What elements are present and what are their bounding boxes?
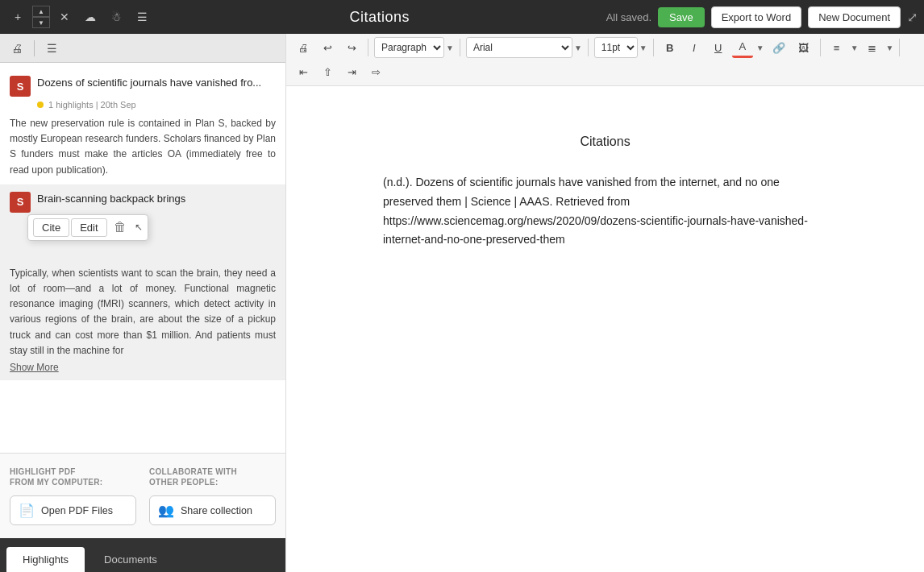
print-format-btn[interactable]: 🖨 — [293, 37, 314, 58]
article-item-1[interactable]: S Dozens of scientific journals have van… — [0, 69, 285, 185]
article-header-2: S Brain-scanning backpack brings — [10, 192, 276, 213]
align-right-btn[interactable]: ⇥ — [341, 61, 362, 82]
cloud-upload-icon-btn[interactable]: ☁ — [79, 6, 102, 28]
nav-down-btn[interactable]: ▼ — [32, 17, 50, 28]
collaborate-col: COLLABORATE WITHOTHER PEOPLE: 👥 Share co… — [149, 466, 276, 525]
main-layout: 🖨 ☰ S Dozens of scientific journals have… — [0, 34, 924, 572]
article-title-1: Dozens of scientific journals have vanis… — [37, 76, 261, 90]
font-arrow-icon: ▼ — [574, 44, 582, 52]
page-title: Citations — [350, 9, 410, 26]
tab-highlights[interactable]: Highlights — [6, 547, 85, 572]
fmt-sep-2 — [460, 39, 460, 56]
context-menu: Cite Edit 🗑 ↖ — [27, 214, 148, 241]
fmt-sep-1 — [368, 39, 368, 56]
bottom-cols: HIGHLIGHT PDFFROM MY COMPUTER: 📄 Open PD… — [10, 466, 276, 525]
export-to-word-button[interactable]: Export to Word — [711, 6, 801, 28]
share-collection-button[interactable]: 👥 Share collection — [149, 495, 276, 525]
article-icon-2: S — [10, 192, 31, 213]
expand-icon[interactable]: ⤢ — [907, 10, 918, 25]
new-document-button[interactable]: New Document — [808, 6, 901, 28]
open-pdf-files-button[interactable]: 📄 Open PDF Files — [10, 495, 136, 525]
ordered-list-btn[interactable]: ≣ — [862, 37, 883, 58]
nav-up-btn[interactable]: ▲ — [32, 6, 50, 17]
article-list: S Dozens of scientific journals have van… — [0, 63, 285, 453]
bullet-list-btn[interactable]: ≡ — [826, 37, 847, 58]
highlight-col: HIGHLIGHT PDFFROM MY COMPUTER: 📄 Open PD… — [10, 466, 136, 525]
cloud-download-icon-btn[interactable]: ☃ — [105, 6, 127, 28]
article-body-1: The new preservation rule is contained i… — [10, 116, 276, 178]
top-bar-center: Citations — [158, 9, 601, 26]
fmt-sep-3 — [588, 39, 589, 56]
saved-label: All saved. — [606, 11, 651, 23]
paragraph-select[interactable]: Paragraph Heading 1 Heading 2 — [374, 37, 444, 58]
justify-btn[interactable]: ⇨ — [365, 61, 386, 82]
article-header-1: S Dozens of scientific journals have van… — [10, 76, 276, 97]
fmt-sep-4 — [653, 39, 654, 56]
doc-citation: (n.d.). Dozens of scientific journals ha… — [383, 173, 827, 250]
nav-arrows: ▲ ▼ — [32, 6, 50, 28]
align-center-btn[interactable]: ⇧ — [317, 61, 338, 82]
ordered-arrow-icon: ▼ — [886, 44, 894, 52]
bold-btn[interactable]: B — [660, 37, 681, 58]
image-btn[interactable]: 🖼 — [793, 37, 814, 58]
doc-content: Citations (n.d.). Dozens of scientific j… — [286, 86, 924, 572]
tab-bar: Highlights Documents — [0, 538, 285, 572]
align-left-btn[interactable]: ⇤ — [293, 61, 314, 82]
toolbar-separator-1 — [34, 40, 35, 56]
doc-title: Citations — [383, 135, 827, 149]
undo-btn[interactable]: ↩ — [317, 37, 338, 58]
italic-btn[interactable]: I — [684, 37, 705, 58]
fmt-sep-5 — [820, 39, 821, 56]
bullet-arrow-icon: ▼ — [851, 44, 859, 52]
size-arrow-icon: ▼ — [639, 44, 647, 52]
redo-btn[interactable]: ↪ — [341, 37, 362, 58]
font-select[interactable]: Arial Times New Roman — [466, 37, 572, 58]
paragraph-arrow-icon: ▼ — [446, 44, 454, 52]
share-icon: 👥 — [158, 503, 174, 518]
print-icon-btn[interactable]: 🖨 — [6, 38, 27, 59]
collaborate-col-title: COLLABORATE WITHOTHER PEOPLE: — [149, 466, 276, 487]
underline-btn[interactable]: U — [708, 37, 729, 58]
cite-button[interactable]: Cite — [33, 218, 69, 237]
close-icon-btn[interactable]: ✕ — [53, 6, 76, 28]
article-title-2: Brain-scanning backpack brings — [37, 192, 185, 206]
delete-button[interactable]: 🗑 — [109, 218, 131, 236]
font-size-select[interactable]: 11pt 10pt 12pt 14pt — [594, 37, 638, 58]
article-item-2[interactable]: S Brain-scanning backpack brings 1 highl… — [0, 185, 285, 380]
open-pdf-label: Open PDF Files — [41, 505, 113, 516]
save-button[interactable]: Save — [658, 7, 705, 27]
link-btn[interactable]: 🔗 — [768, 37, 790, 58]
format-toolbar: 🖨 ↩ ↪ Paragraph Heading 1 Heading 2 ▼ Ar… — [286, 34, 924, 86]
editor-area: 🖨 ↩ ↪ Paragraph Heading 1 Heading 2 ▼ Ar… — [286, 34, 924, 572]
file-icon: 📄 — [19, 503, 35, 518]
sidebar: 🖨 ☰ S Dozens of scientific journals have… — [0, 34, 286, 572]
fmt-sep-6 — [899, 39, 900, 56]
highlight-dot-1 — [37, 102, 44, 108]
add-icon-btn[interactable]: + — [6, 6, 29, 28]
article-icon-1: S — [10, 76, 31, 97]
tab-documents[interactable]: Documents — [88, 547, 173, 572]
article-meta-1: 1 highlights | 20th Sep — [37, 100, 276, 110]
top-bar-left: + ▲ ▼ ✕ ☁ ☃ ☰ — [6, 6, 153, 28]
article-body-2: Typically, when scientists want to scan … — [10, 266, 276, 359]
highlight-col-title: HIGHLIGHT PDFFROM MY COMPUTER: — [10, 466, 136, 487]
format-list-icon-btn[interactable]: ☰ — [41, 38, 62, 59]
show-more-link[interactable]: Show More — [10, 362, 59, 373]
top-bar-right: All saved. Save Export to Word New Docum… — [606, 6, 918, 28]
cursor-indicator: ↖ — [135, 222, 143, 233]
text-color-btn[interactable]: A — [732, 37, 753, 58]
article-meta-text-1: 1 highlights | 20th Sep — [48, 100, 136, 110]
sidebar-bottom: HIGHLIGHT PDFFROM MY COMPUTER: 📄 Open PD… — [0, 453, 285, 538]
sidebar-toolbar: 🖨 ☰ — [0, 34, 285, 63]
edit-button[interactable]: Edit — [71, 218, 106, 237]
list-icon-btn[interactable]: ☰ — [131, 6, 153, 28]
top-bar: + ▲ ▼ ✕ ☁ ☃ ☰ Citations All saved. Save … — [0, 0, 924, 34]
share-collection-label: Share collection — [181, 505, 252, 516]
color-arrow-icon: ▼ — [756, 44, 764, 52]
